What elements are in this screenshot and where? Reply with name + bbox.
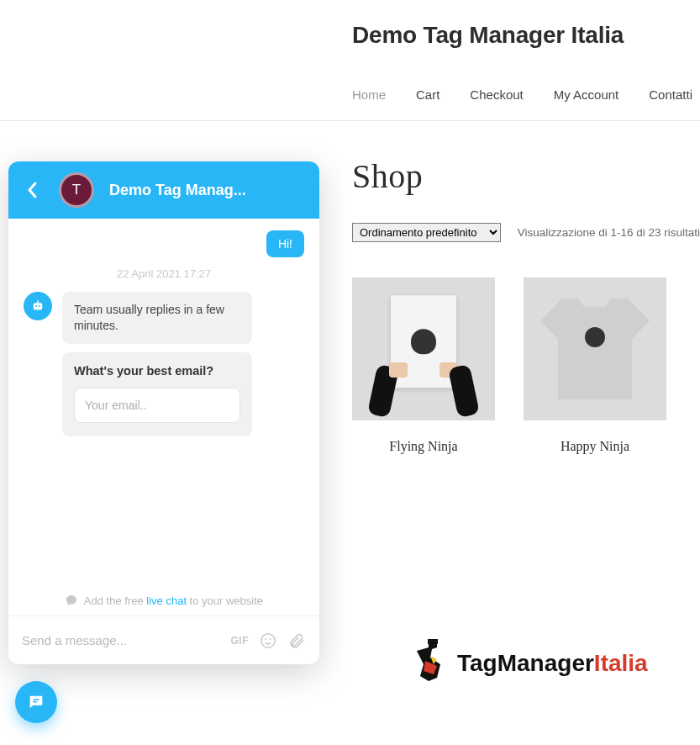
product-card[interactable]: Flying Ninja [352, 277, 495, 454]
product-card[interactable]: Happy Ninja [524, 277, 666, 454]
result-count: Visualizzazione di 1-16 di 23 risultati [518, 226, 700, 239]
nav-item-checkout[interactable]: Checkout [470, 87, 523, 102]
nav-item-my-account[interactable]: My Account [554, 87, 619, 102]
chat-header: T Demo Tag Manag... [8, 161, 319, 219]
product-image [524, 277, 666, 420]
nav-item-cart[interactable]: Cart [416, 87, 439, 102]
email-prompt-card: What's your best email? [62, 352, 252, 436]
svg-point-2 [35, 305, 37, 307]
robot-icon [30, 299, 45, 314]
product-title: Flying Ninja [352, 439, 495, 454]
page-title: Shop [352, 156, 700, 196]
chat-avatar: T [59, 172, 94, 208]
chat-body: Hi! 22 April 2021 17:27 Team usually rep… [8, 219, 319, 616]
email-prompt-title: What's your best email? [74, 364, 240, 378]
attachment-button[interactable] [287, 631, 306, 650]
paperclip-icon [287, 631, 306, 650]
svg-rect-8 [33, 699, 39, 700]
promo-link: live chat [146, 594, 187, 607]
product-grid: Flying Ninja Happy Ninja [352, 277, 700, 454]
chat-bubble-icon [65, 594, 78, 607]
svg-rect-0 [428, 639, 438, 644]
chat-launcher-button[interactable] [15, 681, 57, 723]
product-image [352, 277, 495, 420]
chat-promo[interactable]: Add the free live chat to your website [8, 594, 319, 607]
gif-button[interactable]: GIF [231, 635, 250, 647]
chat-input-bar: GIF [8, 616, 319, 664]
emoji-button[interactable] [259, 631, 277, 650]
woodpecker-icon [412, 639, 450, 688]
chat-title: Demo Tag Manag... [109, 182, 246, 199]
site-title: Demo Tag Manager Italia [0, 0, 700, 57]
svg-rect-4 [37, 300, 39, 303]
avatar-letter: T [72, 182, 81, 198]
promo-suffix: to your website [187, 594, 263, 607]
logo-text-1: TagManager [457, 650, 594, 676]
svg-rect-9 [33, 701, 37, 702]
svg-rect-1 [34, 303, 43, 309]
svg-point-7 [270, 638, 271, 640]
sort-select[interactable]: Ordinamento predefinito [352, 223, 501, 242]
chat-widget: T Demo Tag Manag... Hi! 22 April 2021 17… [8, 161, 319, 664]
chat-message-input[interactable] [22, 633, 221, 647]
footer-logo: TagManagerItalia [412, 639, 648, 688]
chat-icon [27, 693, 45, 711]
email-input[interactable] [75, 388, 240, 422]
nav-item-home[interactable]: Home [352, 87, 386, 102]
chat-message-incoming: Team usually replies in a few minutes. [62, 292, 252, 344]
chevron-left-icon [26, 181, 38, 199]
promo-prefix: Add the free [84, 594, 146, 607]
logo-text-2: Italia [594, 650, 648, 676]
primary-nav: Home Cart Checkout My Account Contatti [0, 57, 700, 121]
nav-item-contatti[interactable]: Contatti [649, 87, 692, 102]
svg-point-5 [261, 633, 276, 647]
svg-point-3 [39, 305, 40, 307]
chat-message-outgoing: Hi! [266, 230, 304, 257]
chat-back-button[interactable] [20, 178, 44, 202]
bot-avatar [24, 292, 52, 320]
smiley-icon [259, 631, 277, 650]
chat-timestamp: 22 April 2021 17:27 [24, 267, 304, 280]
product-title: Happy Ninja [524, 439, 666, 454]
svg-point-6 [265, 638, 266, 640]
shop-controls: Ordinamento predefinito Visualizzazione … [352, 223, 700, 242]
